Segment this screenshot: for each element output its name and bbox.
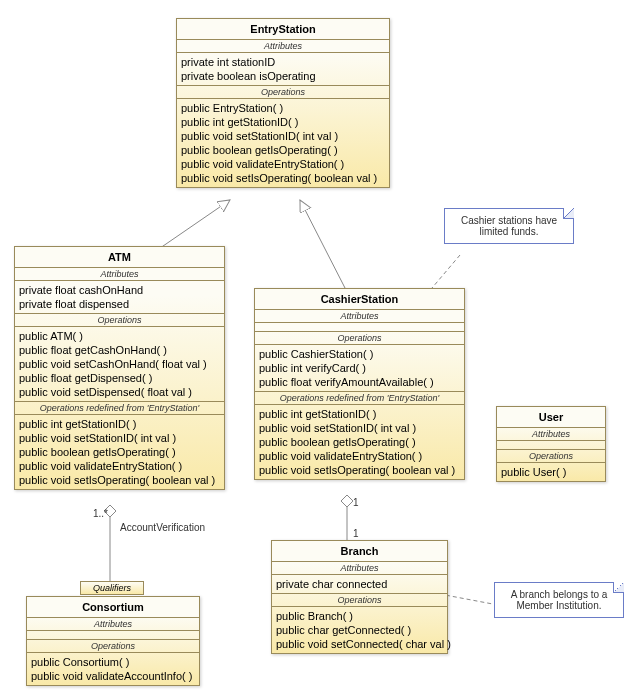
section-label-attributes: Attributes [177,40,389,53]
section-label-attributes: Attributes [15,268,224,281]
class-cashier-station[interactable]: CashierStation Attributes Operations pub… [254,288,465,480]
attributes-body [27,631,199,640]
section-label-attributes: Attributes [272,562,447,575]
section-label-operations: Operations [177,86,389,99]
qualifier-box: Qualifiers [80,581,144,595]
note-text: Cashier stations have limited funds. [461,215,557,237]
operations-body: public EntryStation( ) public int getSta… [177,99,389,187]
note-cashier[interactable]: Cashier stations have limited funds. [444,208,574,244]
section-label-attributes: Attributes [255,310,464,323]
op-row: public int getStationID( ) [181,115,385,129]
svg-line-2 [432,255,460,288]
op-row: public int getStationID( ) [19,417,220,431]
op-row: public void setCashOnHand( float val ) [19,357,220,371]
op-row: public CashierStation( ) [259,347,460,361]
attributes-body [497,441,605,450]
section-label-operations: Operations [497,450,605,463]
section-label-redefined: Operations redefined from 'EntryStation' [255,392,464,405]
section-label-operations: Operations [272,594,447,607]
class-user[interactable]: User Attributes Operations public User( … [496,406,606,482]
op-row: public void validateEntryStation( ) [259,449,460,463]
section-label-attributes: Attributes [27,618,199,631]
class-title: Branch [272,541,447,562]
op-row: public boolean getIsOperating( ) [19,445,220,459]
attr-row: private float dispensed [19,297,220,311]
op-row: public float getDispensed( ) [19,371,220,385]
operations-body: public Branch( ) public char getConnecte… [272,607,447,653]
op-row: public void setIsOperating( boolean val … [19,473,220,487]
class-title: CashierStation [255,289,464,310]
op-row: public User( ) [501,465,601,479]
note-text: A branch belongs to a Member Institution… [511,589,608,611]
class-entry-station[interactable]: EntryStation Attributes private int stat… [176,18,390,188]
class-atm[interactable]: ATM Attributes private float cashOnHand … [14,246,225,490]
op-row: public char getConnected( ) [276,623,443,637]
operations-body: public CashierStation( ) public int veri… [255,345,464,392]
class-consortium[interactable]: Consortium Attributes Operations public … [26,596,200,686]
op-row: public void setConnected( char val ) [276,637,443,651]
note-branch[interactable]: A branch belongs to a Member Institution… [494,582,624,618]
op-row: public void setStationID( int val ) [19,431,220,445]
class-branch[interactable]: Branch Attributes private char connected… [271,540,448,654]
operations-body: public Consortium( ) public void validat… [27,653,199,685]
attributes-body: private int stationID private boolean is… [177,53,389,86]
svg-line-1 [300,200,345,288]
qualifier-label: Qualifiers [93,583,131,593]
operations-body: public User( ) [497,463,605,481]
redefined-body: public int getStationID( ) public void s… [255,405,464,479]
svg-line-5 [445,595,498,605]
section-label-operations: Operations [15,314,224,327]
attr-row: private char connected [276,577,443,591]
op-row: public void validateEntryStation( ) [181,157,385,171]
section-label-attributes: Attributes [497,428,605,441]
multiplicity: 1..* [93,508,108,519]
multiplicity: 1 [353,497,359,508]
op-row: public void setStationID( int val ) [259,421,460,435]
section-label-redefined: Operations redefined from 'EntryStation' [15,402,224,415]
op-row: public ATM( ) [19,329,220,343]
op-row: public int verifyCard( ) [259,361,460,375]
attributes-body: private char connected [272,575,447,594]
op-row: public boolean getIsOperating( ) [181,143,385,157]
attr-row: private boolean isOperating [181,69,385,83]
op-row: public void setIsOperating( boolean val … [259,463,460,477]
op-row: public Consortium( ) [31,655,195,669]
op-row: public void setIsOperating( boolean val … [181,171,385,185]
attr-row: private float cashOnHand [19,283,220,297]
attributes-body [255,323,464,332]
assoc-name: AccountVerification [120,522,205,533]
op-row: public float getCashOnHand( ) [19,343,220,357]
op-row: public boolean getIsOperating( ) [259,435,460,449]
operations-body: public ATM( ) public float getCashOnHand… [15,327,224,402]
op-row: public void setStationID( int val ) [181,129,385,143]
attr-row: private int stationID [181,55,385,69]
op-row: public void validateAccountInfo( ) [31,669,195,683]
section-label-operations: Operations [27,640,199,653]
op-row: public int getStationID( ) [259,407,460,421]
class-title: ATM [15,247,224,268]
op-row: public void validateEntryStation( ) [19,459,220,473]
op-row: public void setDispensed( float val ) [19,385,220,399]
op-row: public Branch( ) [276,609,443,623]
op-row: public EntryStation( ) [181,101,385,115]
class-title: Consortium [27,597,199,618]
redefined-body: public int getStationID( ) public void s… [15,415,224,489]
class-title: EntryStation [177,19,389,40]
section-label-operations: Operations [255,332,464,345]
multiplicity: 1 [353,528,359,539]
op-row: public float verifyAmountAvailable( ) [259,375,460,389]
class-title: User [497,407,605,428]
attributes-body: private float cashOnHand private float d… [15,281,224,314]
